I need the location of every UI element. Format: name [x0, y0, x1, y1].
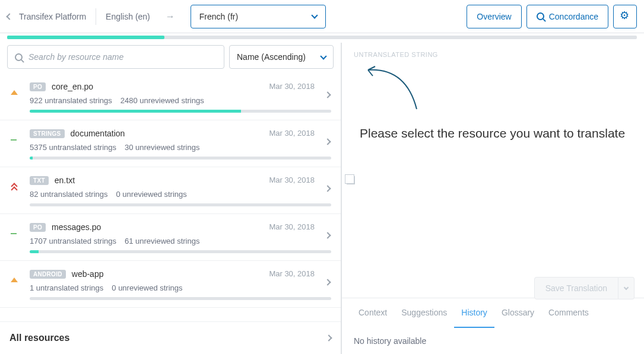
- concordance-button[interactable]: Concordance: [526, 5, 608, 28]
- overview-button[interactable]: Overview: [467, 5, 521, 28]
- copy-icon[interactable]: [347, 176, 355, 184]
- resource-name: core_en.po: [52, 82, 93, 91]
- untranslated-count: 82 untranslated strings: [30, 190, 108, 199]
- resource-date: Mar 30, 2018: [269, 222, 315, 231]
- priority-up-icon: [11, 90, 18, 95]
- search-box[interactable]: [7, 45, 224, 69]
- target-language-select[interactable]: French (fr): [191, 5, 326, 28]
- tab-content: No history available: [342, 328, 644, 354]
- resource-name: documentation: [71, 129, 125, 138]
- tab-glossary[interactable]: Glossary: [494, 298, 541, 328]
- resource-progress-bar: [30, 157, 331, 160]
- resource-progress-bar: [30, 110, 331, 113]
- resource-item[interactable]: ANDROID web-app Mar 30, 2018 1 untransla…: [0, 261, 341, 308]
- resource-progress-bar: [30, 250, 331, 253]
- unreviewed-count: 0 unreviewed strings: [112, 283, 182, 292]
- resource-item[interactable]: PO messages.po Mar 30, 2018 1707 untrans…: [0, 214, 341, 261]
- source-language[interactable]: English (en): [106, 12, 150, 21]
- resource-type-badge: STRINGS: [30, 129, 65, 138]
- untranslated-count: 1707 untranslated strings: [30, 237, 116, 245]
- priority-normal-icon: [11, 233, 17, 234]
- sort-select[interactable]: Name (Ascending): [229, 45, 334, 69]
- resource-name: en.txt: [55, 176, 75, 185]
- resource-item[interactable]: STRINGS documentation Mar 30, 2018 5375 …: [0, 120, 341, 167]
- chevron-down-icon: [624, 285, 629, 290]
- gear-icon: [620, 12, 630, 21]
- chevron-down-icon: [311, 12, 318, 18]
- resource-type-badge: PO: [30, 82, 46, 91]
- save-translation-button[interactable]: Save Translation: [534, 277, 618, 299]
- global-progress-bar: [7, 36, 637, 39]
- untranslated-count: 922 untranslated strings: [30, 96, 112, 105]
- prompt-text: Please select the resource you want to t…: [342, 115, 644, 142]
- priority-normal-icon: [11, 139, 17, 141]
- resource-date: Mar 30, 2018: [269, 176, 315, 184]
- divider: [96, 8, 96, 25]
- unreviewed-count: 61 unreviewed strings: [125, 237, 199, 245]
- search-input[interactable]: [28, 52, 217, 62]
- tab-context[interactable]: Context: [351, 298, 394, 328]
- untranslated-count: 1 untranslated strings: [30, 283, 103, 292]
- all-resources-label: All resources: [9, 333, 69, 343]
- all-resources-row[interactable]: All resources: [0, 321, 341, 354]
- resource-item[interactable]: PO core_en.po Mar 30, 2018 922 untransla…: [0, 74, 341, 120]
- chevron-left-icon: [6, 13, 12, 20]
- project-name: Transifex Platform: [19, 12, 86, 21]
- resource-date: Mar 30, 2018: [269, 129, 315, 138]
- resource-date: Mar 30, 2018: [269, 269, 315, 278]
- curved-arrow-icon: [359, 62, 424, 115]
- chevron-down-icon: [320, 53, 326, 59]
- resource-date: Mar 30, 2018: [269, 82, 315, 91]
- breadcrumb[interactable]: Transifex Platform: [7, 12, 86, 21]
- detail-tabs: Context Suggestions History Glossary Com…: [342, 298, 644, 328]
- unreviewed-count: 0 unreviewed strings: [116, 190, 187, 199]
- resource-progress-bar: [30, 203, 331, 206]
- search-icon: [537, 12, 544, 20]
- arrow-right-icon: →: [166, 11, 175, 22]
- priority-up-icon: [11, 278, 18, 282]
- tab-history[interactable]: History: [454, 298, 494, 328]
- settings-button[interactable]: [613, 5, 637, 28]
- resource-name: web-app: [72, 269, 104, 279]
- untranslated-string-label: UNTRANSLATED STRING: [342, 43, 644, 62]
- sort-label: Name (Ascending): [237, 52, 306, 62]
- target-language-label: French (fr): [199, 12, 238, 21]
- search-icon: [15, 53, 23, 61]
- unreviewed-count: 30 unreviewed strings: [125, 143, 199, 152]
- resource-progress-bar: [30, 297, 331, 300]
- unreviewed-count: 2480 unreviewed strings: [120, 96, 204, 105]
- priority-high-icon: [11, 184, 18, 192]
- chevron-right-icon: [325, 334, 332, 341]
- resource-type-badge: TXT: [30, 176, 49, 185]
- save-translation-dropdown[interactable]: [618, 277, 635, 299]
- resource-name: messages.po: [52, 222, 101, 232]
- tab-suggestions[interactable]: Suggestions: [394, 298, 454, 328]
- untranslated-count: 5375 untranslated strings: [30, 143, 116, 152]
- resource-type-badge: ANDROID: [30, 270, 66, 279]
- resource-item[interactable]: TXT en.txt Mar 30, 2018 82 untranslated …: [0, 167, 341, 214]
- resource-type-badge: PO: [30, 223, 46, 232]
- tab-comments[interactable]: Comments: [541, 298, 596, 328]
